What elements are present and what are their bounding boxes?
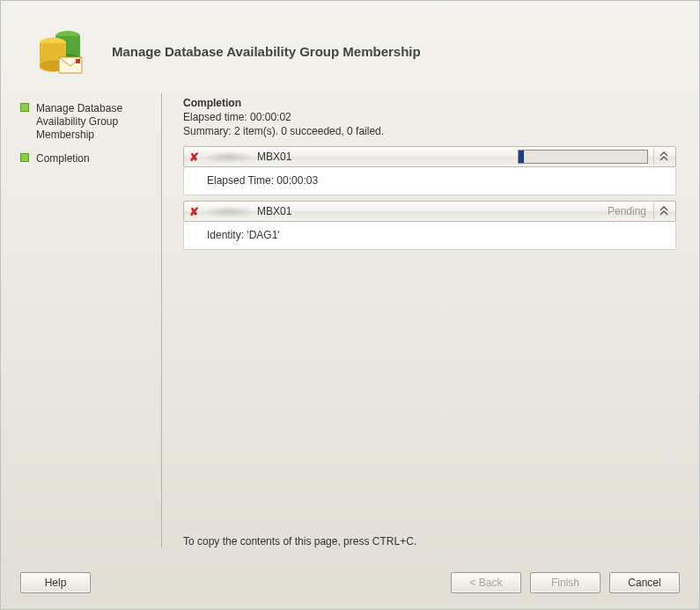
footer: Help < Back Finish Cancel [20, 572, 680, 593]
wizard-logo-icon [33, 24, 87, 78]
error-x-icon: ✘ [189, 151, 199, 164]
copy-hint: To copy the contents of this page, press… [183, 535, 416, 548]
double-chevron-up-icon [659, 151, 668, 162]
double-chevron-up-icon [659, 206, 668, 217]
step-marker-icon [20, 103, 29, 112]
redacted-hostname [204, 151, 254, 163]
progress-bar [518, 150, 648, 164]
error-x-icon: ✘ [189, 205, 199, 218]
result-item-detail: Elapsed Time: 00:00:03 [183, 167, 676, 195]
vertical-divider [161, 93, 162, 548]
svg-rect-7 [76, 59, 80, 63]
result-item-detail: Identity: 'DAG1' [183, 222, 676, 250]
step-completion: Completion [20, 151, 161, 174]
main-panel: Completion Elapsed time: 00:00:02 Summar… [167, 93, 680, 548]
content: Manage Database Availability Group Membe… [20, 93, 680, 548]
redacted-hostname [204, 206, 254, 217]
back-button: < Back [451, 572, 521, 593]
wizard-title: Manage Database Availability Group Membe… [112, 44, 421, 59]
step-label: Completion [36, 152, 90, 165]
elapsed-time-label: Elapsed time: 00:00:02 [183, 111, 676, 123]
step-marker-icon [20, 153, 29, 162]
result-item-header[interactable]: ✘ MBX01 Pending [183, 201, 676, 222]
header: Manage Database Availability Group Membe… [1, 1, 699, 92]
step-manage-membership: Manage Database Availability Group Membe… [20, 100, 161, 151]
item-name: MBX01 [257, 205, 291, 217]
help-button[interactable]: Help [20, 572, 91, 593]
cancel-button[interactable]: Cancel [609, 572, 680, 593]
finish-button: Finish [530, 572, 601, 593]
item-name: MBX01 [257, 151, 291, 163]
result-item-header[interactable]: ✘ MBX01 [183, 146, 676, 167]
collapse-toggle[interactable] [653, 148, 674, 165]
section-heading: Completion [183, 97, 676, 109]
wizard-steps: Manage Database Availability Group Membe… [20, 93, 161, 548]
result-list: ✘ MBX01 Elapsed Time: 00:00:03 ✘ [183, 146, 676, 250]
step-label: Manage Database Availability Group Membe… [36, 102, 122, 141]
item-status: Pending [608, 205, 646, 217]
collapse-toggle[interactable] [653, 202, 674, 220]
summary-label: Summary: 2 item(s). 0 succeeded, 0 faile… [183, 125, 676, 137]
wizard-window: { "header": {"title": "Manage Database A… [0, 0, 700, 610]
